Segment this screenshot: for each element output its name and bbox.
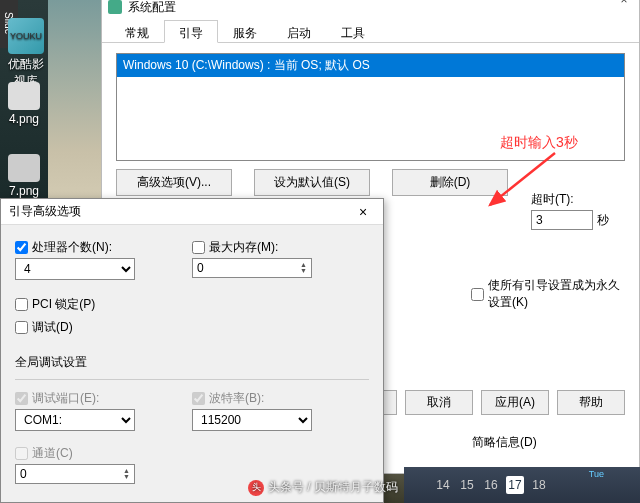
boot-advanced-options-dialog: 引导高级选项 × 处理器个数(N): 4 最大内存(M): 0▲▼ PCI 锁定… xyxy=(0,198,384,503)
channel-input[interactable]: 0▲▼ xyxy=(15,464,135,484)
timeout-unit: 秒 xyxy=(597,212,609,229)
processor-count-select[interactable]: 4 xyxy=(15,258,135,280)
date-cell[interactable]: 16 xyxy=(482,476,500,494)
youku-icon: YOUKU xyxy=(8,18,44,54)
help-button[interactable]: 帮助 xyxy=(557,390,625,415)
debug-checkbox[interactable]: 调试(D) xyxy=(15,319,369,336)
delete-button[interactable]: 删除(D) xyxy=(392,169,508,196)
calendar-strip: Tue 14 15 16 17 18 xyxy=(404,467,640,503)
debug-port-select[interactable]: COM1: xyxy=(15,409,135,431)
tab-general[interactable]: 常规 xyxy=(110,20,164,43)
global-debug-label: 全局调试设置 xyxy=(15,354,369,371)
processor-count-checkbox[interactable]: 处理器个数(N): xyxy=(15,239,192,256)
toutiao-icon: 头 xyxy=(248,480,264,496)
dialog-title: 引导高级选项 xyxy=(9,203,81,220)
brief-info-label: 简略信息(D) xyxy=(472,434,537,451)
baud-rate-checkbox[interactable]: 波特率(B): xyxy=(192,390,369,407)
cancel-button[interactable]: 取消 xyxy=(405,390,473,415)
date-cell[interactable]: 18 xyxy=(530,476,548,494)
permanent-checkbox[interactable]: 使所有引导设置成为永久设置(K) xyxy=(471,277,621,311)
tab-startup[interactable]: 启动 xyxy=(272,20,326,43)
image-icon xyxy=(8,82,40,110)
watermark: 头 头条号 / 贝斯特月子数码 xyxy=(248,479,398,496)
tab-boot[interactable]: 引导 xyxy=(164,20,218,43)
date-cell[interactable]: 14 xyxy=(434,476,452,494)
desktop-icon-4png[interactable]: 4.png xyxy=(4,82,44,126)
image-icon xyxy=(8,154,40,182)
tab-bar: 常规 引导 服务 启动 工具 xyxy=(102,19,639,43)
debug-port-checkbox[interactable]: 调试端口(E): xyxy=(15,390,192,407)
msconfig-icon xyxy=(108,0,122,14)
date-cell[interactable]: 15 xyxy=(458,476,476,494)
advanced-options-button[interactable]: 高级选项(V)... xyxy=(116,169,232,196)
window-title: 系统配置 xyxy=(128,0,176,16)
channel-checkbox[interactable]: 通道(C) xyxy=(15,445,195,462)
close-icon[interactable]: × xyxy=(351,204,375,220)
pci-lock-checkbox[interactable]: PCI 锁定(P) xyxy=(15,296,369,313)
close-icon[interactable]: × xyxy=(609,0,639,10)
max-memory-checkbox[interactable]: 最大内存(M): xyxy=(192,239,369,256)
baud-rate-select[interactable]: 115200 xyxy=(192,409,312,431)
desktop-icon-7png[interactable]: 7.png xyxy=(4,154,44,198)
spinner-icon[interactable]: ▲▼ xyxy=(123,468,130,480)
tab-services[interactable]: 服务 xyxy=(218,20,272,43)
annotation-timeout: 超时输入3秒 xyxy=(500,134,578,152)
timeout-input[interactable] xyxy=(531,210,593,230)
boot-entry[interactable]: Windows 10 (C:\Windows) : 当前 OS; 默认 OS xyxy=(117,54,624,77)
set-default-button[interactable]: 设为默认值(S) xyxy=(254,169,370,196)
spinner-icon[interactable]: ▲▼ xyxy=(300,262,307,274)
desktop-icon-youku[interactable]: YOUKU 优酷影视库 xyxy=(4,18,48,90)
day-label: Tue xyxy=(589,469,604,479)
max-memory-input[interactable]: 0▲▼ xyxy=(192,258,312,278)
icon-label: 4.png xyxy=(4,112,44,126)
timeout-label: 超时(T): xyxy=(531,191,609,208)
tab-tools[interactable]: 工具 xyxy=(326,20,380,43)
apply-button[interactable]: 应用(A) xyxy=(481,390,549,415)
icon-label: 7.png xyxy=(4,184,44,198)
date-cell-today[interactable]: 17 xyxy=(506,476,524,494)
